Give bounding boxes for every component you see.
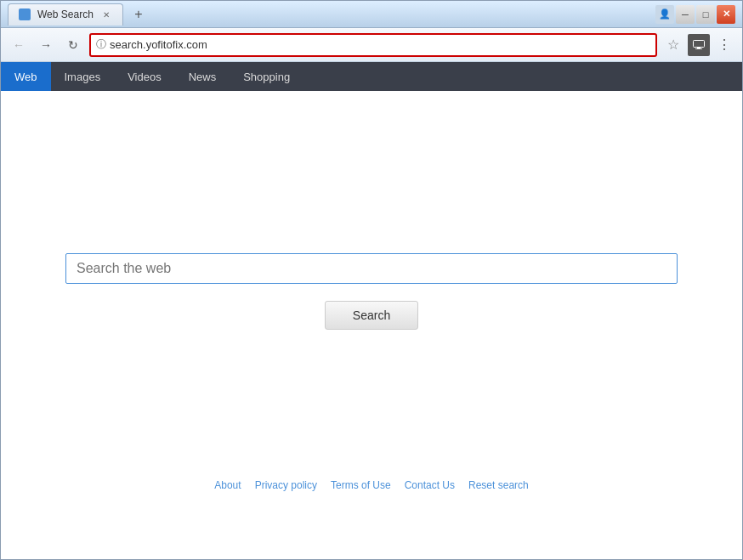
nav-bar: ← → ↻ ⓘ ☆ ⋮ [1, 28, 742, 62]
tab-favicon [19, 8, 31, 20]
nav-item-news[interactable]: News [175, 62, 230, 91]
nav-item-web[interactable]: Web [1, 62, 51, 91]
footer: About Privacy policy Terms of Use Contac… [1, 479, 742, 491]
user-button[interactable]: 👤 [655, 5, 674, 24]
title-bar: Web Search ✕ + 👤 ─ □ ✕ [1, 1, 742, 28]
close-button[interactable]: ✕ [717, 5, 735, 24]
search-input[interactable] [77, 261, 666, 276]
tab-title: Web Search [37, 8, 94, 20]
search-navigation: Web Images Videos News Shopping [1, 62, 742, 91]
forward-button[interactable]: → [35, 34, 57, 56]
window-controls: 👤 ─ □ ✕ [655, 5, 735, 24]
footer-link-about[interactable]: About [214, 479, 241, 491]
footer-link-contact[interactable]: Contact Us [405, 479, 455, 491]
maximize-button[interactable]: □ [696, 5, 715, 24]
address-input[interactable] [110, 38, 650, 51]
nav-item-shopping[interactable]: Shopping [230, 62, 303, 91]
search-button[interactable]: Search [325, 301, 418, 330]
svg-rect-0 [694, 41, 705, 48]
svg-rect-2 [695, 48, 702, 49]
footer-link-reset[interactable]: Reset search [468, 479, 529, 491]
menu-button[interactable]: ⋮ [713, 34, 735, 56]
new-tab-button[interactable]: + [128, 4, 149, 25]
bookmark-button[interactable]: ☆ [662, 34, 684, 56]
refresh-button[interactable]: ↻ [62, 34, 84, 56]
search-input-wrapper[interactable] [65, 253, 678, 284]
back-button[interactable]: ← [8, 34, 30, 56]
address-icon: ⓘ [96, 37, 106, 52]
content-area: Search About Privacy policy Terms of Use… [1, 91, 742, 559]
browser-window: Web Search ✕ + 👤 ─ □ ✕ ← → ↻ ⓘ ☆ [0, 0, 743, 560]
nav-item-videos[interactable]: Videos [114, 62, 175, 91]
browser-tab[interactable]: Web Search ✕ [8, 3, 123, 25]
footer-link-privacy[interactable]: Privacy policy [255, 479, 317, 491]
nav-item-images[interactable]: Images [51, 62, 115, 91]
nav-right: ☆ ⋮ [662, 34, 735, 56]
screen-button[interactable] [688, 34, 710, 56]
tab-close-button[interactable]: ✕ [100, 8, 112, 20]
search-box-container: Search [65, 253, 678, 330]
minimize-button[interactable]: ─ [676, 5, 695, 24]
title-bar-left: Web Search ✕ + [8, 3, 655, 25]
address-bar-container[interactable]: ⓘ [89, 33, 657, 57]
footer-link-terms[interactable]: Terms of Use [331, 479, 391, 491]
